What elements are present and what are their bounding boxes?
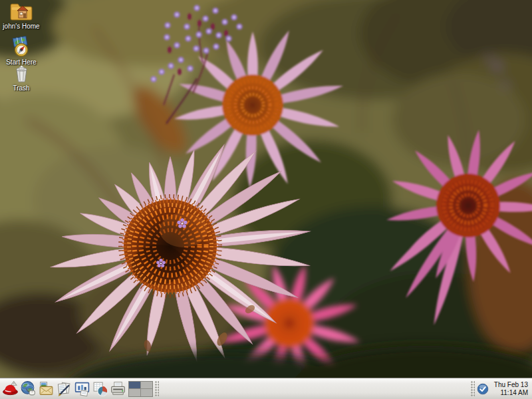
clock-time: 11:14 AM xyxy=(494,389,528,397)
globe-mouse-icon xyxy=(20,380,37,397)
presentation-launcher[interactable] xyxy=(73,380,91,398)
web-browser-launcher[interactable] xyxy=(19,380,37,398)
desktop-icon-trash[interactable]: Trash xyxy=(0,63,43,92)
desktop-icon-johns-home[interactable]: john's Home xyxy=(0,1,43,30)
printer-icon xyxy=(110,380,126,397)
slide-chart-icon xyxy=(74,380,90,397)
desktop-icon-label: john's Home xyxy=(3,23,39,30)
home-folder-icon xyxy=(9,1,33,21)
envelope-icon xyxy=(38,380,55,397)
bottom-panel: Thu Feb 13 11:14 AM xyxy=(0,378,532,399)
clock-applet[interactable]: Thu Feb 13 11:14 AM xyxy=(494,381,528,397)
documents-pen-icon xyxy=(56,380,72,397)
pager-drag-handle[interactable] xyxy=(155,381,159,397)
email-launcher[interactable] xyxy=(37,380,55,398)
desktop-icon-label: Trash xyxy=(13,84,29,92)
main-menu-button[interactable] xyxy=(1,380,19,398)
workspace-switcher[interactable] xyxy=(128,381,153,397)
red-hat-network-update-icon xyxy=(477,383,489,395)
update-notifier[interactable] xyxy=(477,382,489,395)
panel-launchers xyxy=(0,380,127,398)
clock-date: Thu Feb 13 xyxy=(494,381,528,389)
word-processor-launcher[interactable] xyxy=(55,380,73,398)
pie-chart-icon xyxy=(92,380,108,397)
wallpaper-image xyxy=(0,0,532,378)
workspace-1[interactable] xyxy=(129,382,140,389)
trash-icon xyxy=(13,63,31,83)
workspace-3[interactable] xyxy=(129,389,140,396)
desktop[interactable]: john's Home Start Here xyxy=(0,0,532,378)
notification-area-drag-handle[interactable] xyxy=(471,381,475,397)
print-manager-launcher[interactable] xyxy=(109,380,127,398)
screen: john's Home Start Here xyxy=(0,0,532,399)
workspace-2[interactable] xyxy=(141,382,152,389)
red-hat-icon xyxy=(2,380,19,397)
spreadsheet-launcher[interactable] xyxy=(91,380,109,398)
workspace-4[interactable] xyxy=(141,389,152,396)
start-here-icon xyxy=(11,36,32,57)
desktop-icon-start-here[interactable]: Start Here xyxy=(0,36,43,66)
